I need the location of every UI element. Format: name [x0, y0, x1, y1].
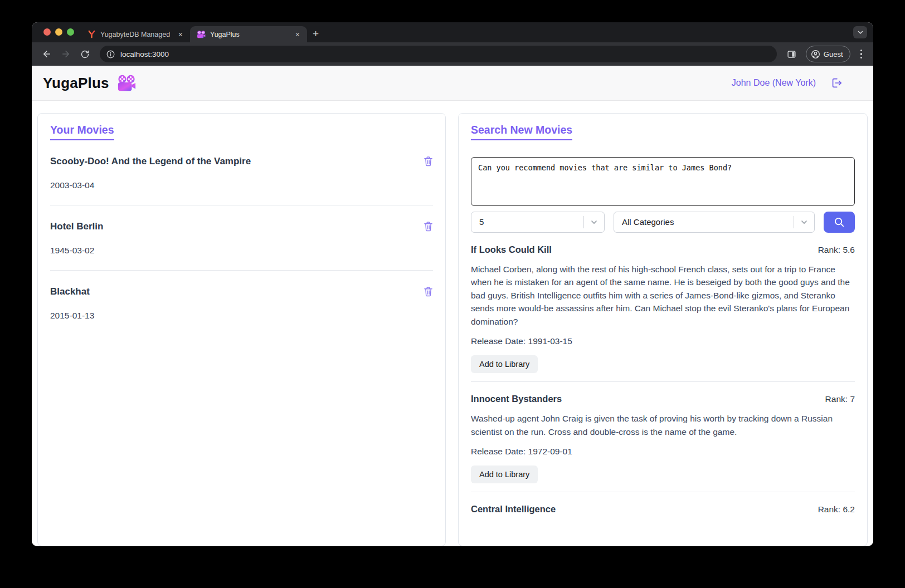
movie-date: 2015-01-13	[50, 311, 433, 321]
result-title: Innocent Bystanders	[471, 394, 562, 404]
side-panel-icon[interactable]	[784, 46, 800, 62]
yugabytedb-favicon-icon	[87, 30, 96, 38]
library-movie-row: Scooby-Doo! And the Legend of the Vampir…	[50, 156, 433, 167]
profile-button[interactable]: Guest	[806, 46, 850, 62]
result-title: If Looks Could Kill	[471, 244, 552, 255]
app-header: YugaPlus John Doe (New York)	[32, 66, 873, 101]
reload-button[interactable]	[76, 46, 93, 62]
back-button[interactable]	[38, 46, 55, 62]
tab-search-button[interactable]	[853, 26, 867, 38]
max-results-select[interactable]: 5	[471, 212, 605, 233]
divider	[471, 492, 855, 492]
zoom-window-button[interactable]	[67, 28, 74, 36]
result-rank: Rank: 7	[825, 394, 855, 404]
search-controls: 5 All Categories	[471, 212, 855, 233]
brand: YugaPlus	[43, 75, 136, 92]
library-movie-row: Hotel Berlin	[50, 221, 433, 232]
movie-title: Blackhat	[50, 286, 90, 297]
movie-date: 1945-03-02	[50, 246, 433, 256]
profile-label: Guest	[824, 50, 843, 58]
address-bar[interactable]: localhost:3000	[100, 46, 777, 62]
trash-icon[interactable]	[424, 286, 433, 297]
page-title: YugaPlus	[43, 75, 109, 92]
close-icon[interactable]: ×	[177, 31, 184, 38]
tab-label: YugaPlus	[210, 31, 289, 38]
your-movies-title: Your Movies	[50, 125, 114, 140]
browser-window: YugabyteDB Managed × YugaPlus × +	[32, 22, 873, 546]
divider	[50, 205, 433, 205]
add-to-library-button[interactable]: Add to Library	[471, 465, 538, 483]
tab-yugabytedb-managed[interactable]: YugabyteDB Managed ×	[81, 26, 190, 42]
traffic-lights	[43, 28, 74, 36]
trash-icon[interactable]	[424, 221, 433, 232]
movie-camera-icon	[117, 75, 136, 92]
search-result: Innocent Bystanders Rank: 7 Washed-up ag…	[471, 394, 855, 492]
search-button[interactable]	[824, 212, 855, 233]
search-result: Central Intelligence Rank: 6.2	[471, 504, 855, 514]
search-result: If Looks Could Kill Rank: 5.6 Michael Co…	[471, 244, 855, 383]
result-description: Michael Corben, along with the rest of h…	[471, 263, 855, 329]
divider	[471, 381, 855, 382]
browser-menu-button[interactable]	[856, 50, 867, 59]
result-release-date: Release Date: 1972-09-01	[471, 447, 855, 457]
browser-toolbar: localhost:3000 Guest	[32, 42, 873, 66]
logout-icon[interactable]	[830, 77, 843, 89]
yugaplus-page: YugaPlus John Doe (New York)	[32, 66, 873, 546]
forward-button[interactable]	[57, 46, 74, 62]
your-movies-card: Your Movies Scooby-Doo! And the Legend o…	[37, 113, 446, 546]
result-rank: Rank: 5.6	[818, 245, 855, 255]
tab-label: YugabyteDB Managed	[100, 31, 172, 38]
chevron-down-icon	[794, 218, 814, 226]
result-title: Central Intelligence	[471, 504, 556, 514]
minimize-window-button[interactable]	[55, 28, 62, 36]
avatar-icon	[811, 50, 820, 59]
magnifier-icon	[833, 216, 845, 228]
divider	[50, 270, 433, 271]
user-area: John Doe (New York)	[732, 77, 843, 89]
tab-strip: YugabyteDB Managed × YugaPlus × +	[32, 22, 873, 42]
movie-camera-icon	[197, 31, 206, 38]
result-release-date: Release Date: 1991-03-15	[471, 336, 855, 346]
close-icon[interactable]: ×	[294, 31, 301, 38]
add-to-library-button[interactable]: Add to Library	[471, 355, 538, 373]
main-content: Your Movies Scooby-Doo! And the Legend o…	[32, 101, 873, 546]
movie-title: Hotel Berlin	[50, 221, 103, 232]
site-info-icon[interactable]	[106, 50, 115, 58]
trash-icon[interactable]	[424, 156, 433, 166]
new-tab-button[interactable]: +	[307, 28, 325, 41]
result-description: Washed-up agent John Craig is given the …	[471, 412, 855, 438]
movie-title: Scooby-Doo! And the Legend of the Vampir…	[50, 156, 251, 167]
close-window-button[interactable]	[43, 28, 51, 36]
chevron-down-icon	[584, 218, 604, 226]
search-title: Search New Movies	[471, 125, 572, 140]
library-movie-row: Blackhat	[50, 286, 433, 297]
max-results-value: 5	[471, 217, 583, 227]
category-select[interactable]: All Categories	[614, 212, 815, 233]
result-rank: Rank: 6.2	[818, 504, 855, 514]
search-movies-card: Search New Movies Can you recommend movi…	[458, 113, 868, 546]
search-query-textarea[interactable]: Can you recommend movies that are simila…	[471, 157, 855, 206]
user-name: John Doe (New York)	[732, 78, 816, 88]
tab-yugaplus[interactable]: YugaPlus ×	[190, 26, 307, 42]
category-value: All Categories	[614, 217, 794, 227]
url-text: localhost:3000	[120, 50, 169, 58]
movie-date: 2003-03-04	[50, 180, 433, 190]
